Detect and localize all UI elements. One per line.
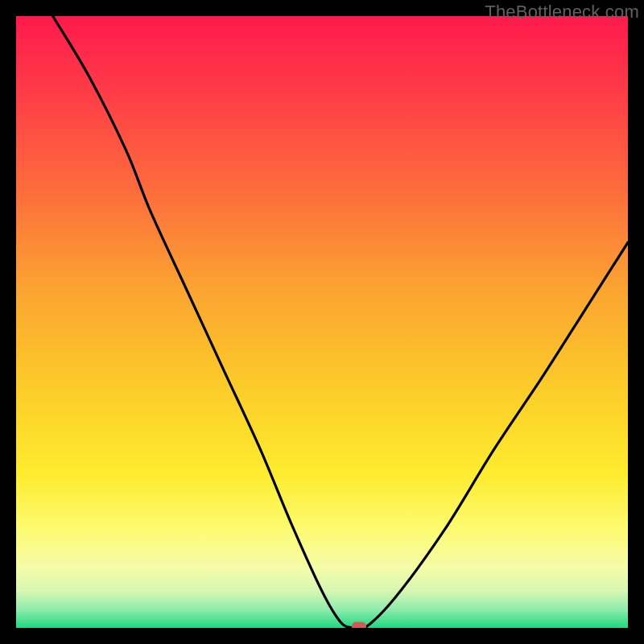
chart-stage: TheBottleneck.com (0, 0, 644, 644)
plot-area (16, 16, 628, 628)
bottleneck-curve (16, 16, 628, 628)
watermark-text: TheBottleneck.com (485, 2, 639, 23)
optimal-point-marker (352, 622, 366, 629)
